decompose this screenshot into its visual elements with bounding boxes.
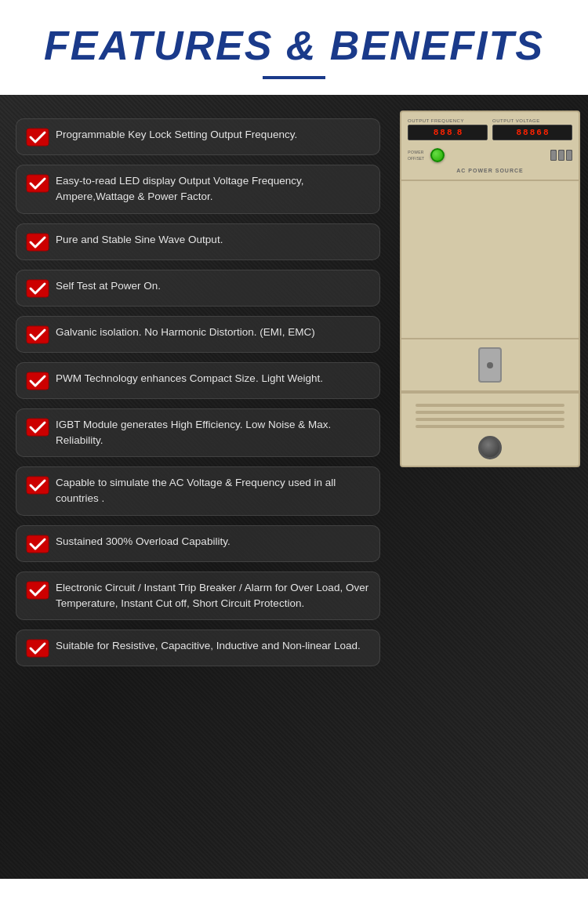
device-display-panel: OUTPUT FREQUENCY 8 8 8 . 8 OUTPUT VOLTAG…: [400, 111, 580, 181]
device-illustration: OUTPUT FREQUENCY 8 8 8 . 8 OUTPUT VOLTAG…: [400, 111, 580, 467]
vent-line-1: [416, 404, 564, 407]
device-body: [400, 181, 580, 338]
switch-1: [550, 150, 557, 161]
title-underline: [263, 76, 325, 79]
vent-line-3: [416, 418, 564, 421]
checkmark-icon-9: [26, 535, 49, 553]
feature-text-9: Sustained 300% Overload Capability.: [56, 534, 230, 550]
device-wheel: [478, 436, 502, 459]
checkmark-icon-6: [26, 372, 49, 390]
feature-item-4: Self Test at Power On.: [16, 270, 380, 307]
checkmark-icon-8: [26, 476, 49, 495]
feature-text-10: Electronic Circuit / Instant Trip Breake…: [56, 580, 370, 612]
wheel-row: [408, 432, 572, 459]
features-column: Programmable Key Lock Setting Output Fre…: [0, 95, 392, 879]
voltage-display-label: OUTPUT VOLTAGE: [492, 118, 572, 123]
feature-text-2: Easy-to-read LED display Output Voltage …: [56, 173, 370, 205]
voltage-led-display: 8 8 8 6 8: [492, 125, 572, 140]
feature-text-5: Galvanic isolation. No Harmonic Distorti…: [56, 325, 315, 340]
power-label: POWER: [408, 150, 423, 154]
switch-3: [566, 150, 572, 161]
feature-item-11: Suitable for Resistive, Capacitive, Indu…: [16, 630, 380, 666]
device-handle-area: [400, 338, 580, 392]
freq-dot: .: [453, 129, 455, 136]
checkmark-icon-5: [26, 325, 49, 344]
header-section: FEATURES & BENEFITS: [0, 0, 588, 95]
feature-text-4: Self Test at Power On.: [56, 278, 161, 294]
door-handle: [478, 347, 502, 383]
checkmark-icon-10: [26, 581, 49, 600]
freq-led-display: 8 8 8 . 8: [408, 125, 488, 140]
feature-item-3: Pure and Stable Sine Wave Output.: [16, 223, 380, 260]
freq-switches: [550, 150, 572, 161]
handle-knob: [487, 362, 493, 368]
freq-digit-3: 8: [447, 128, 452, 137]
feature-text-8: Capable to simulate the AC Voltage & Fre…: [56, 475, 370, 507]
volt-digit-5: 8: [543, 128, 549, 137]
volt-digit-4: 6: [536, 128, 542, 137]
feature-item-10: Electronic Circuit / Instant Trip Breake…: [16, 571, 380, 621]
checkmark-icon-1: [26, 128, 49, 147]
freq-digit-4: 8: [457, 128, 463, 137]
volt-digit-3: 8: [530, 128, 535, 137]
feature-item-7: IGBT Module generates High Efficiency. L…: [16, 408, 380, 458]
switch-top-3: [567, 151, 572, 160]
power-green-button[interactable]: [430, 148, 445, 162]
checkmark-icon-7: [26, 418, 49, 437]
device-image-column: OUTPUT FREQUENCY 8 8 8 . 8 OUTPUT VOLTAG…: [392, 95, 588, 879]
feature-item-2: Easy-to-read LED display Output Voltage …: [16, 165, 380, 214]
checkmark-icon-4: [26, 279, 49, 298]
vent-line-4: [416, 425, 564, 428]
freq-digit-2: 8: [440, 128, 445, 137]
vent-line-2: [416, 411, 564, 414]
off-set-label: OFF/SET: [408, 156, 424, 161]
feature-text-3: Pure and Stable Sine Wave Output.: [56, 232, 223, 248]
freq-display-label: OUTPUT FREQUENCY: [408, 118, 488, 123]
feature-text-1: Programmable Key Lock Setting Output Fre…: [56, 127, 297, 143]
switch-2: [558, 150, 564, 161]
feature-text-7: IGBT Module generates High Efficiency. L…: [56, 417, 370, 449]
feature-text-6: PWM Technology enhances Compact Size. Li…: [56, 371, 323, 386]
feature-item-9: Sustained 300% Overload Capability.: [16, 525, 380, 562]
checkmark-icon-11: [26, 639, 49, 658]
feature-item-5: Galvanic isolation. No Harmonic Distorti…: [16, 316, 380, 353]
ac-power-label: AC POWER SOURCE: [408, 168, 572, 173]
feature-item-6: PWM Technology enhances Compact Size. Li…: [16, 362, 380, 399]
vent-lines: [408, 400, 572, 432]
checkmark-icon-2: [26, 174, 49, 193]
switch-top-2: [559, 151, 564, 160]
power-section: POWER OFF/SET: [408, 150, 424, 161]
page-title: FEATURES & BENEFITS: [16, 24, 572, 68]
switch-top-1: [551, 151, 556, 160]
checkmark-icon-3: [26, 233, 49, 252]
device-bottom-vents: [400, 392, 580, 467]
feature-text-11: Suitable for Resistive, Capacitive, Indu…: [56, 638, 361, 654]
main-content: Programmable Key Lock Setting Output Fre…: [0, 95, 588, 879]
volt-digit-2: 8: [523, 128, 528, 137]
freq-digit-1: 8: [434, 128, 439, 137]
feature-item-8: Capable to simulate the AC Voltage & Fre…: [16, 466, 380, 516]
frequency-display-section: OUTPUT FREQUENCY 8 8 8 . 8: [408, 118, 488, 140]
voltage-display-section: OUTPUT VOLTAGE 8 8 8 6 8: [492, 118, 572, 140]
volt-digit-1: 8: [516, 128, 521, 137]
feature-item-1: Programmable Key Lock Setting Output Fre…: [16, 118, 380, 155]
controls-row: POWER OFF/SET: [408, 145, 572, 165]
